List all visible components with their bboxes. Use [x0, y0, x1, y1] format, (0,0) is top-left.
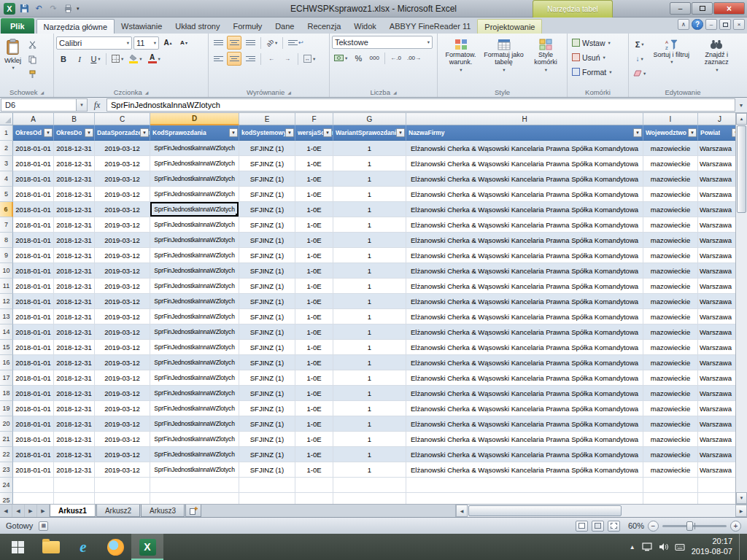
shrink-font-button[interactable]: A▾: [177, 36, 191, 50]
cell-D23[interactable]: SprFinJednostkaInnaWZlotych: [150, 462, 239, 478]
cell-A23[interactable]: 2018-01-01: [13, 462, 54, 478]
column-header-C[interactable]: C: [95, 113, 150, 125]
cell-D9[interactable]: SprFinJednostkaInnaWZlotych: [150, 248, 239, 263]
column-header-J[interactable]: J: [698, 113, 735, 125]
cell-J1[interactable]: Powiat▼: [698, 125, 735, 141]
cell-J7[interactable]: Warszawa: [698, 217, 735, 233]
cell-A11[interactable]: 2018-01-01: [13, 279, 54, 294]
cell-I7[interactable]: mazowieckie: [643, 217, 698, 233]
cell-J6[interactable]: Warszawa: [698, 202, 735, 217]
cell-B15[interactable]: 2018-12-31: [54, 340, 95, 355]
accounting-format-button[interactable]: ▾: [332, 51, 349, 65]
keyboard-tray-icon[interactable]: [675, 543, 685, 551]
cell-C15[interactable]: 2019-03-12: [95, 340, 150, 355]
cell-G5[interactable]: 1: [333, 187, 406, 202]
row-header-11[interactable]: 11: [0, 279, 13, 294]
cell-D20[interactable]: SprFinJednostkaInnaWZlotych: [150, 416, 239, 432]
formula-input[interactable]: SprFinJednostkaInnaWZlotych: [107, 98, 735, 112]
cell-I9[interactable]: mazowieckie: [643, 248, 698, 263]
cell-J4[interactable]: Warszawa: [698, 171, 735, 187]
maximize-button[interactable]: [692, 2, 713, 15]
workbook-restore-button[interactable]: [719, 19, 731, 30]
cell-D5[interactable]: SprFinJednostkaInnaWZlotych: [150, 187, 239, 202]
cell-D6[interactable]: SprFinJednostkaInnaWZlotych: [150, 202, 239, 217]
cell-G7[interactable]: 1: [333, 217, 406, 233]
cell-D16[interactable]: SprFinJednostkaInnaWZlotych: [150, 355, 239, 370]
cell-I25[interactable]: [643, 493, 698, 504]
cell-A20[interactable]: 2018-01-01: [13, 416, 54, 432]
cell-F25[interactable]: [295, 493, 333, 504]
row-header-15[interactable]: 15: [0, 340, 13, 355]
align-top-button[interactable]: [211, 36, 225, 50]
cell-C21[interactable]: 2019-03-12: [95, 432, 150, 447]
cell-E3[interactable]: SFJINZ (1): [239, 156, 295, 171]
cell-F23[interactable]: 1-0E: [295, 462, 333, 478]
cell-F5[interactable]: 1-0E: [295, 187, 333, 202]
column-header-I[interactable]: I: [643, 113, 698, 125]
cell-C12[interactable]: 2019-03-12: [95, 294, 150, 309]
cell-E22[interactable]: SFJINZ (1): [239, 447, 295, 462]
increase-indent-button[interactable]: →: [280, 52, 295, 66]
cell-C1[interactable]: DataSporzadzenia▼: [95, 125, 150, 141]
cell-B12[interactable]: 2018-12-31: [54, 294, 95, 309]
workbook-close-button[interactable]: ×: [733, 19, 745, 30]
cell-H9[interactable]: Elżanowski Cherka & Wąsowski Kancelaria …: [406, 248, 643, 263]
cell-J16[interactable]: Warszawa: [698, 355, 735, 370]
cell-C23[interactable]: 2019-03-12: [95, 462, 150, 478]
cell-B3[interactable]: 2018-12-31: [54, 156, 95, 171]
autosum-button[interactable]: Σ▾: [632, 37, 647, 51]
cell-B23[interactable]: 2018-12-31: [54, 462, 95, 478]
align-left-button[interactable]: [211, 52, 225, 66]
font-dialog-launcher[interactable]: ◢: [145, 90, 149, 95]
cell-J24[interactable]: [698, 478, 735, 493]
cell-E9[interactable]: SFJINZ (1): [239, 248, 295, 263]
cell-H14[interactable]: Elżanowski Cherka & Wąsowski Kancelaria …: [406, 324, 643, 340]
cell-J12[interactable]: Warszawa: [698, 294, 735, 309]
ribbon-tab-file[interactable]: Plik: [1, 18, 34, 34]
column-header-E[interactable]: E: [239, 113, 295, 125]
show-desktop-button[interactable]: [739, 534, 744, 560]
cell-H25[interactable]: [406, 493, 643, 504]
cell-C9[interactable]: 2019-03-12: [95, 248, 150, 263]
cell-F24[interactable]: [295, 478, 333, 493]
column-header-B[interactable]: B: [54, 113, 95, 125]
cell-E21[interactable]: SFJINZ (1): [239, 432, 295, 447]
row-header-18[interactable]: 18: [0, 386, 13, 401]
cell-G16[interactable]: 1: [333, 355, 406, 370]
clear-button[interactable]: ▾: [631, 66, 648, 80]
cell-B21[interactable]: 2018-12-31: [54, 432, 95, 447]
ribbon-tab-8[interactable]: ABBYY FineReader 11: [383, 19, 478, 34]
cell-H4[interactable]: Elżanowski Cherka & Wąsowski Kancelaria …: [406, 171, 643, 187]
scroll-right-icon[interactable]: ▶: [735, 505, 747, 517]
filter-button-Wojewodztwo[interactable]: ▼: [688, 128, 697, 137]
cell-E16[interactable]: SFJINZ (1): [239, 355, 295, 370]
cell-E15[interactable]: SFJINZ (1): [239, 340, 295, 355]
cell-A9[interactable]: 2018-01-01: [13, 248, 54, 263]
cell-H19[interactable]: Elżanowski Cherka & Wąsowski Kancelaria …: [406, 401, 643, 416]
cell-J5[interactable]: Warszawa: [698, 187, 735, 202]
decrease-decimal-button[interactable]: .00→: [405, 51, 423, 65]
cell-E5[interactable]: SFJINZ (1): [239, 187, 295, 202]
cell-I8[interactable]: mazowieckie: [643, 233, 698, 248]
cut-button[interactable]: [25, 38, 39, 52]
cell-A22[interactable]: 2018-01-01: [13, 447, 54, 462]
format-painter-button[interactable]: [25, 67, 39, 81]
cell-F7[interactable]: 1-0E: [295, 217, 333, 233]
cell-B22[interactable]: 2018-12-31: [54, 447, 95, 462]
cell-C24[interactable]: [95, 478, 150, 493]
cell-J9[interactable]: Warszawa: [698, 248, 735, 263]
insert-cells-button[interactable]: Wstaw▾: [570, 36, 626, 50]
cell-H13[interactable]: Elżanowski Cherka & Wąsowski Kancelaria …: [406, 309, 643, 324]
cell-J23[interactable]: Warszawa: [698, 462, 735, 478]
cell-C25[interactable]: [95, 493, 150, 504]
cell-G25[interactable]: [333, 493, 406, 504]
cell-J20[interactable]: Warszawa: [698, 416, 735, 432]
cell-H12[interactable]: Elżanowski Cherka & Wąsowski Kancelaria …: [406, 294, 643, 309]
cell-D18[interactable]: SprFinJednostkaInnaWZlotych: [150, 386, 239, 401]
underline-button[interactable]: U▾: [88, 52, 103, 66]
help-icon[interactable]: ?: [692, 19, 703, 30]
decrease-indent-button[interactable]: ←: [264, 52, 279, 66]
filter-button-kodSystemowy[interactable]: ▼: [285, 128, 294, 137]
row-header-7[interactable]: 7: [0, 217, 13, 233]
qat-customize-icon[interactable]: ▾: [77, 6, 80, 12]
